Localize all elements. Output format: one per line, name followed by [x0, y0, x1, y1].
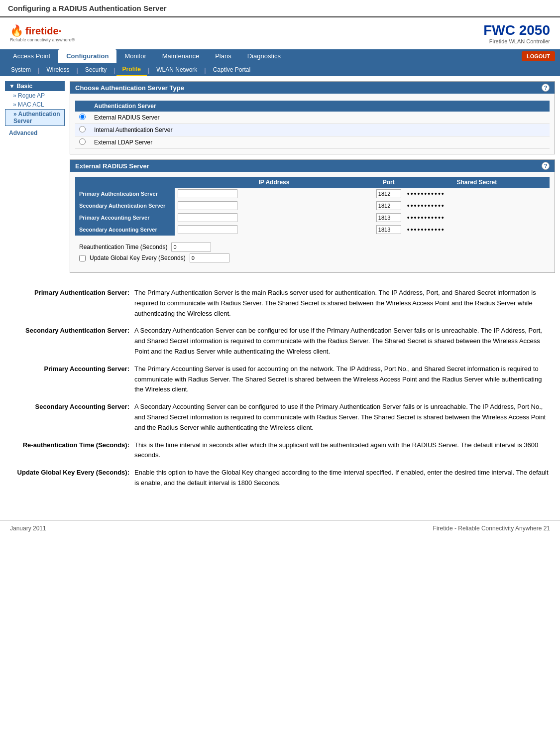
auth-option-external-radius[interactable]: External RADIUS Server	[90, 112, 550, 124]
primary-auth-secret-dots: •••••••••••	[407, 190, 445, 198]
sidebar-advanced[interactable]: Advanced	[5, 128, 65, 138]
nav-diagnostics[interactable]: Diagnostics	[239, 49, 289, 63]
choose-auth-panel-title: Choose Authentication Server Type	[75, 84, 184, 92]
subnav-security[interactable]: Security	[79, 64, 112, 76]
desc-label-secondary-auth: Secondary Authentication Server:	[10, 326, 129, 357]
update-key-checkbox[interactable]	[79, 255, 86, 261]
auth-type-radio-col	[75, 101, 90, 112]
update-key-input[interactable]	[190, 253, 229, 262]
desc-label-primary-auth: Primary Authentication Server:	[10, 288, 129, 319]
subnav-wireless[interactable]: Wireless	[40, 64, 75, 76]
primary-acct-label: Primary Accounting Server	[75, 212, 175, 224]
auth-option-internal[interactable]: Internal Authentication Server	[90, 124, 550, 136]
nav-maintenance[interactable]: Maintenance	[154, 49, 207, 63]
radius-panel-title: External RADIUS Server	[75, 162, 149, 170]
subnav-divider-1: |	[37, 66, 40, 74]
product-model: FWC 2050	[483, 22, 550, 38]
subnav-captive-portal[interactable]: Captive Portal	[207, 64, 256, 76]
desc-label-secondary-acct: Secondary Accounting Server:	[10, 402, 129, 433]
table-row: External LDAP Server	[75, 136, 550, 149]
secondary-acct-label: Secondary Accounting Server	[75, 224, 175, 236]
secondary-auth-ip-input[interactable]	[178, 201, 237, 210]
desc-text-primary-acct: The Primary Accounting Server is used fo…	[134, 364, 550, 395]
desc-text-secondary-auth: A Secondary Authentication Server can be…	[134, 326, 550, 357]
logo-text: firetide·	[25, 25, 61, 37]
auth-type-table: Authentication Server External RADIUS Se…	[75, 101, 550, 149]
radio-cell-2[interactable]	[75, 124, 90, 136]
choose-auth-panel-header: Choose Authentication Server Type ?	[70, 82, 555, 94]
product-sub: Firetide WLAN Controller	[483, 38, 550, 44]
primary-acct-ip-input[interactable]	[178, 213, 237, 222]
subnav-divider-4: |	[147, 66, 150, 74]
table-row: Internal Authentication Server	[75, 124, 550, 136]
auth-type-radio-3[interactable]	[79, 138, 86, 145]
sidebar-item-mac-acl[interactable]: » MAC ACL	[5, 100, 65, 109]
auth-option-ldap[interactable]: External LDAP Server	[90, 136, 550, 149]
primary-auth-label: Primary Authentication Server	[75, 188, 175, 200]
choose-auth-help-icon[interactable]: ?	[542, 84, 550, 92]
primary-acct-ip-cell	[175, 212, 373, 224]
desc-item-update-key: Update Global Key Every (Seconds): Enabl…	[10, 468, 550, 489]
primary-auth-port-input[interactable]	[376, 189, 401, 198]
nav-configuration[interactable]: Configuration	[58, 49, 116, 63]
sidebar-basic-header[interactable]: ▼ Basic	[5, 81, 65, 91]
subnav-wlan-network[interactable]: WLAN Network	[150, 64, 203, 76]
nav-access-point[interactable]: Access Point	[5, 49, 58, 63]
page-footer: January 2011 Firetide - Reliable Connect…	[0, 520, 560, 536]
sidebar-item-rogue-ap[interactable]: » Rogue AP	[5, 91, 65, 100]
desc-item-primary-acct: Primary Accounting Server: The Primary A…	[10, 364, 550, 395]
logout-button[interactable]: LOGOUT	[522, 51, 555, 61]
firetide-logo: 🔥 firetide· Reliable connectivity anywhe…	[10, 24, 75, 42]
description-section: Primary Authentication Server: The Prima…	[0, 283, 560, 500]
desc-item-secondary-auth: Secondary Authentication Server: A Secon…	[10, 326, 550, 357]
auth-type-radio-1[interactable]	[79, 114, 86, 120]
footer-right: Firetide - Reliable Connectivity Anywher…	[433, 525, 550, 532]
radius-panel-header: External RADIUS Server ?	[70, 160, 555, 172]
radius-col-port: Port	[373, 177, 404, 188]
secondary-acct-port-cell	[373, 224, 404, 236]
radius-col-secret: Shared Secret	[404, 177, 550, 188]
radius-panel: External RADIUS Server ? IP Address Port…	[70, 159, 555, 273]
reauth-label: Reauthentication Time (Seconds)	[79, 244, 167, 250]
reauth-section: Reauthentication Time (Seconds) Update G…	[75, 240, 550, 267]
logo-area: 🔥 firetide· Reliable connectivity anywhe…	[10, 24, 75, 42]
radio-cell-1[interactable]	[75, 112, 90, 124]
radius-col-blank	[75, 177, 175, 188]
primary-auth-ip-input[interactable]	[178, 189, 237, 198]
secondary-acct-port-input[interactable]	[376, 225, 401, 234]
desc-text-reauth: This is the time interval in seconds aft…	[134, 440, 550, 461]
subnav-system[interactable]: System	[5, 64, 37, 76]
flame-icon: 🔥	[10, 24, 23, 37]
radius-help-icon[interactable]: ?	[542, 162, 550, 170]
desc-label-primary-acct: Primary Accounting Server:	[10, 364, 129, 395]
nav-plans[interactable]: Plans	[207, 49, 239, 63]
secondary-acct-secret-dots: •••••••••••	[407, 226, 445, 234]
secondary-auth-port-input[interactable]	[376, 201, 401, 210]
reauth-input[interactable]	[171, 243, 211, 251]
primary-acct-port-cell	[373, 212, 404, 224]
secondary-acct-secret-cell: •••••••••••	[404, 224, 550, 236]
primary-auth-secret-cell: •••••••••••	[404, 188, 550, 200]
sidebar-item-auth-server[interactable]: » Authentication Server	[5, 109, 65, 126]
sidebar-basic-section: ▼ Basic » Rogue AP » MAC ACL » Authentic…	[5, 81, 65, 126]
desc-label-update-key: Update Global Key Every (Seconds):	[10, 468, 129, 489]
main-content: ▼ Basic » Rogue AP » MAC ACL » Authentic…	[0, 76, 560, 283]
auth-type-radio-2[interactable]	[79, 126, 86, 132]
primary-acct-secret-cell: •••••••••••	[404, 212, 550, 224]
radio-cell-3[interactable]	[75, 136, 90, 149]
nav-monitor[interactable]: Monitor	[116, 49, 154, 63]
desc-text-secondary-acct: A Secondary Accounting Server can be con…	[134, 402, 550, 433]
choose-auth-panel-body: Authentication Server External RADIUS Se…	[70, 94, 555, 154]
auth-type-col-header: Authentication Server	[90, 101, 550, 112]
primary-acct-port-input[interactable]	[376, 213, 401, 222]
subnav-divider-5: |	[203, 66, 207, 74]
product-info: FWC 2050 Firetide WLAN Controller	[483, 22, 550, 44]
table-row: Primary Authentication Server ••••••••••…	[75, 188, 550, 200]
radius-col-ip: IP Address	[175, 177, 373, 188]
desc-item-reauth: Re-authentication Time (Seconds): This i…	[10, 440, 550, 461]
subnav-profile[interactable]: Profile	[116, 63, 147, 76]
sub-nav: System | Wireless | Security | Profile |…	[0, 63, 560, 76]
footer-left: January 2011	[10, 525, 46, 532]
secondary-acct-ip-input[interactable]	[178, 225, 237, 234]
primary-acct-secret-dots: •••••••••••	[407, 214, 445, 222]
